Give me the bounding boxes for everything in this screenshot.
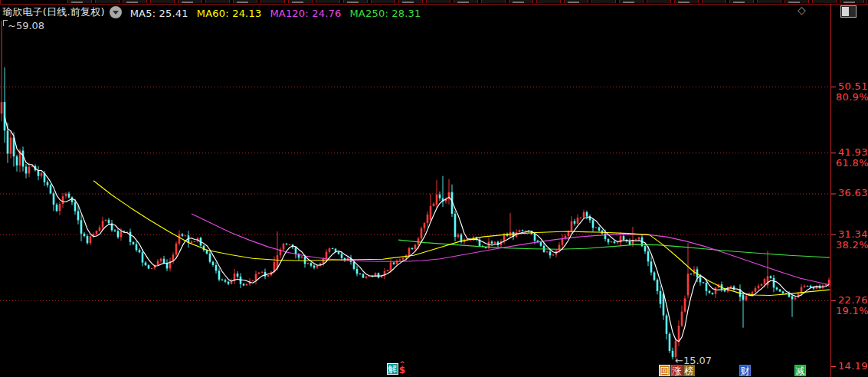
candle-body	[381, 276, 383, 277]
candle-body	[586, 212, 588, 217]
candle-body	[653, 273, 656, 280]
event-marker-jie[interactable]: 解	[387, 363, 398, 375]
candle-body	[7, 130, 9, 153]
candle-body	[650, 261, 653, 272]
candle-body	[387, 270, 389, 271]
candle-body	[617, 242, 619, 243]
candle-body	[102, 221, 104, 228]
candle-body	[549, 251, 552, 255]
candle-body	[77, 211, 80, 221]
candle-body	[203, 246, 205, 251]
candle-body	[552, 254, 555, 255]
candle-body	[773, 278, 775, 288]
candle-body	[396, 261, 398, 264]
candle-body	[4, 102, 6, 130]
candle-body	[120, 231, 123, 238]
candle-body	[68, 194, 70, 198]
candle-body	[390, 263, 392, 270]
candle-body	[810, 286, 812, 287]
candle-body	[286, 244, 288, 244]
candle-body	[592, 220, 594, 228]
candle-body	[84, 234, 86, 236]
event-marker-dollar[interactable]: ^$	[398, 362, 407, 375]
candle-body	[454, 214, 457, 237]
candle-body	[310, 263, 313, 265]
candle-body	[99, 228, 101, 231]
candle-body	[10, 137, 12, 153]
candle-body	[770, 276, 772, 278]
candle-body	[629, 241, 631, 245]
candle-body	[828, 280, 830, 284]
candle-body	[568, 231, 570, 236]
candlestick-chart[interactable]	[0, 0, 868, 377]
candle-body	[583, 212, 585, 218]
candle-body	[745, 296, 748, 300]
candle-body	[804, 286, 806, 287]
candle-body	[209, 254, 211, 262]
candle-body	[439, 195, 441, 198]
event-marker-bang[interactable]: 榜	[683, 365, 695, 376]
candle-body	[246, 284, 248, 286]
event-marker-zhang[interactable]: 涨	[671, 365, 683, 376]
event-marker-hui[interactable]: 回	[659, 365, 670, 376]
candle-body	[402, 258, 405, 260]
candle-body	[228, 282, 230, 284]
candle-body	[608, 239, 610, 242]
candle-body	[635, 239, 637, 240]
candle-body	[525, 231, 527, 231]
axis-price-label: 41.93	[838, 147, 868, 158]
candle-body	[706, 283, 708, 291]
candle-body	[580, 218, 582, 218]
candle-body	[595, 228, 598, 228]
candle-body	[611, 241, 613, 242]
candle-body	[782, 291, 784, 293]
candle-body	[41, 173, 43, 176]
candle-body	[38, 170, 40, 175]
candle-body	[283, 244, 285, 249]
high-price-marker: ~59.08	[8, 21, 44, 31]
candle-body	[114, 230, 116, 231]
candle-body	[28, 167, 31, 174]
axis-price-label: 50.51	[838, 81, 868, 92]
candle-body	[59, 204, 61, 211]
candle-body	[157, 261, 159, 266]
candle-body	[16, 156, 18, 166]
candle-body	[326, 252, 328, 259]
candle-body	[212, 262, 215, 265]
candle-body	[669, 334, 671, 351]
candle-body	[571, 221, 573, 231]
axis-percent-label: 38.2%	[836, 240, 868, 251]
candle-body	[332, 248, 334, 249]
candle-body	[80, 220, 83, 234]
candle-body	[730, 287, 732, 288]
candle-body	[681, 312, 683, 326]
axis-price-label: 22.76	[838, 295, 868, 306]
candle-body	[295, 248, 297, 254]
candle-body	[301, 257, 303, 258]
candle-body	[430, 206, 432, 220]
candle-body	[252, 280, 254, 281]
candle-body	[791, 296, 794, 299]
candle-body	[393, 263, 395, 264]
candle-body	[427, 215, 429, 223]
candle-body	[359, 274, 362, 274]
candle-body	[307, 263, 310, 264]
candle-body	[703, 282, 705, 283]
candle-body	[687, 274, 689, 295]
event-marker-cai[interactable]: 财	[739, 365, 751, 376]
event-marker-jian[interactable]: 减	[794, 365, 806, 376]
candle-body	[678, 326, 680, 341]
candle-body	[47, 182, 49, 185]
candle-body	[614, 241, 616, 243]
candle-body	[436, 195, 438, 205]
candle-body	[598, 228, 601, 231]
candle-body	[133, 242, 135, 244]
candle-body	[142, 252, 144, 262]
candle-body	[421, 228, 423, 238]
candle-body	[794, 297, 797, 299]
candle-body	[577, 218, 579, 224]
candle-body	[129, 232, 132, 242]
candle-body	[96, 231, 98, 234]
stock-chart-window: 瑜欣电子(日线.前复权) MA5: 25.41MA60: 24.13MA120:…	[0, 0, 868, 377]
candle-body	[224, 280, 227, 282]
